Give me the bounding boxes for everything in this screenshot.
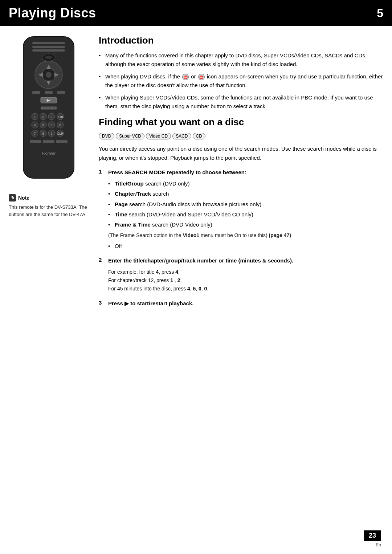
step-1-instruction: Press SEARCH MODE repeatedly to choose b…	[108, 168, 246, 177]
step-2-content: For example, for title 4, press 4. For c…	[108, 268, 383, 293]
main-content: PLAY SEARCH MODE 1 2 3 4 5 6 7	[0, 26, 392, 323]
svg-point-12	[46, 72, 52, 78]
step-3-header: 3 Press ▶ to start/restart playback.	[99, 300, 383, 308]
prohibited-icon-1: ⛔	[182, 74, 189, 80]
chapter-number: 5	[377, 7, 383, 20]
svg-text:1: 1	[34, 115, 36, 119]
prohibited-icon-2: ⛔	[198, 74, 205, 80]
svg-point-5	[45, 56, 52, 59]
sub-bullet-page: Page search (DVD-Audio discs with browsa…	[108, 200, 383, 208]
note-text: This remote is for the DV-S733A. The but…	[9, 204, 89, 218]
svg-text:9: 9	[50, 132, 52, 135]
step-3: 3 Press ▶ to start/restart playback.	[99, 300, 383, 308]
svg-rect-14	[45, 91, 53, 94]
footer: 23 En	[364, 530, 381, 547]
svg-rect-15	[57, 91, 65, 94]
sub-bullet-title-group: Title/Group search (DVD only)	[108, 179, 383, 188]
step-2: 2 Enter the title/chapter/group/track nu…	[99, 257, 383, 293]
step-1-content: Title/Group search (DVD only) Chapter/Tr…	[108, 179, 383, 250]
svg-text:8: 8	[42, 132, 44, 135]
note-header: ✎ Note	[9, 194, 89, 201]
step-1-sub-bullets: Title/Group search (DVD only) Chapter/Tr…	[108, 179, 383, 229]
disc-badges: DVD Super VCD Video CD SACD CD	[99, 133, 383, 139]
svg-text:Pioneer: Pioneer	[42, 151, 56, 155]
header-bar: Playing Discs 5	[0, 0, 392, 26]
remote-svg: PLAY SEARCH MODE 1 2 3 4 5 6 7	[12, 35, 85, 184]
svg-text:+10: +10	[57, 115, 63, 119]
step-1-off: Off	[108, 242, 383, 250]
step-2-number: 2	[99, 257, 105, 265]
sub-bullet-time: Time search (DVD-Video and Super VCD/Vid…	[108, 210, 383, 219]
sub-bullet-frame-time: Frame & Time search (DVD-Video only)	[108, 220, 383, 229]
note-icon: ✎	[9, 194, 16, 201]
badge-dvd: DVD	[99, 133, 114, 139]
footer-lang: En	[376, 542, 381, 547]
remote-illustration: PLAY SEARCH MODE 1 2 3 4 5 6 7	[12, 35, 85, 185]
intro-bullet-1: Many of the functions covered in this ch…	[99, 51, 383, 69]
svg-text:SEARCH MODE: SEARCH MODE	[41, 107, 57, 109]
step-2-header: 2 Enter the title/chapter/group/track nu…	[99, 257, 383, 265]
finding-title: Finding what you want on a disc	[99, 117, 383, 128]
svg-text:CLR: CLR	[57, 132, 64, 135]
svg-text:5: 5	[42, 123, 44, 127]
right-column: Introduction Many of the functions cover…	[99, 35, 383, 314]
note-label: Note	[18, 195, 29, 201]
introduction-bullets: Many of the functions covered in this ch…	[99, 51, 383, 111]
step-2-instruction: Enter the title/chapter/group/track numb…	[108, 257, 293, 265]
note-box: ✎ Note This remote is for the DV-S733A. …	[9, 191, 89, 221]
page-number: 23	[364, 530, 381, 541]
svg-rect-1	[32, 42, 65, 44]
svg-rect-13	[32, 91, 40, 94]
badge-cd: CD	[193, 133, 205, 139]
page-title: Playing Discs	[9, 5, 96, 21]
svg-rect-3	[32, 49, 65, 52]
svg-text:6: 6	[50, 123, 52, 127]
svg-text:2: 2	[42, 115, 44, 119]
intro-bullet-3: When playing Super VCDs/Video CDs, some …	[99, 93, 383, 111]
sub-bullet-chapter-track: Chapter/Track search	[108, 190, 383, 198]
sub-bullet-off: Off	[108, 242, 383, 250]
badge-video-cd: Video CD	[146, 133, 171, 139]
step-1-number: 1	[99, 168, 105, 177]
step-2-examples: For example, for title 4, press 4. For c…	[108, 268, 383, 293]
svg-rect-47	[56, 140, 68, 143]
svg-text:4: 4	[34, 123, 36, 127]
step-1-header: 1 Press SEARCH MODE repeatedly to choose…	[99, 168, 383, 177]
step-1-note: (The Frame Search option in the Video1 m…	[108, 232, 383, 240]
badge-sacd: SACD	[172, 133, 191, 139]
svg-text:0: 0	[59, 123, 61, 127]
step-1: 1 Press SEARCH MODE repeatedly to choose…	[99, 168, 383, 250]
svg-rect-45	[30, 140, 41, 143]
svg-rect-2	[32, 46, 65, 48]
finding-intro-text: You can directly access any point on a d…	[99, 144, 383, 163]
svg-rect-46	[43, 140, 54, 143]
step-3-number: 3	[99, 300, 105, 308]
svg-text:3: 3	[50, 115, 52, 119]
badge-super-vcd: Super VCD	[116, 133, 144, 139]
intro-bullet-2: When playing DVD discs, if the ⛔ or ⛔ ic…	[99, 72, 383, 90]
left-column: PLAY SEARCH MODE 1 2 3 4 5 6 7	[9, 35, 89, 314]
svg-text:7: 7	[34, 132, 36, 135]
introduction-title: Introduction	[99, 35, 383, 46]
step-3-instruction: Press ▶ to start/restart playback.	[108, 300, 193, 308]
